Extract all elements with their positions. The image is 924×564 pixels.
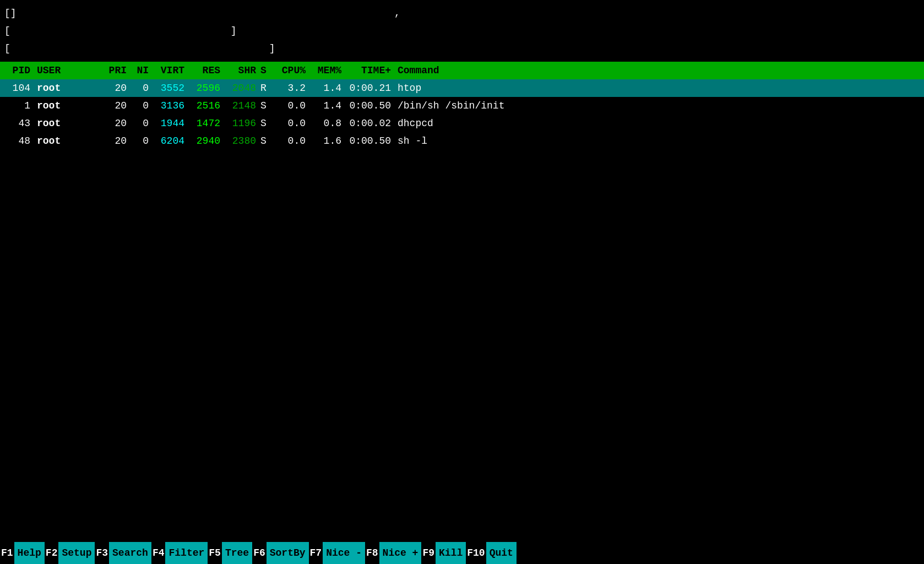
cell-cmd: sh -l — [395, 135, 920, 147]
footer: F1 Help F2 Setup F3 Search F4 Filter F5 … — [0, 542, 924, 564]
cell-cmd: htop — [395, 83, 920, 94]
col-header-cmd: Command — [395, 65, 920, 76]
table-row[interactable]: 104 root 20 0 3552 2596 2048 R 3.2 1.4 0… — [0, 79, 924, 97]
flabel-tree[interactable]: Tree — [222, 542, 252, 564]
footer-item-f10[interactable]: F10 Quit — [466, 542, 517, 564]
cell-res: 2516 — [189, 100, 225, 111]
cell-cmd: /bin/sh /sbin/init — [395, 100, 920, 111]
cell-shr: 2148 — [225, 100, 260, 111]
col-header-virt: VIRT — [153, 65, 189, 76]
fkey-f6: F6 — [252, 542, 267, 564]
cell-pid: 104 — [4, 83, 35, 94]
right-header: , — [368, 4, 920, 57]
cell-s: S — [260, 118, 274, 129]
footer-item-f3[interactable]: F3 Search — [95, 542, 151, 564]
cell-mem: 1.6 — [310, 135, 346, 147]
cell-s: S — [260, 135, 274, 147]
cell-cpu: 0.0 — [274, 100, 310, 111]
flabel-filter[interactable]: Filter — [165, 542, 208, 564]
cell-virt: 3552 — [153, 83, 189, 94]
table-row[interactable]: 43 root 20 0 1944 1472 1196 S 0.0 0.8 0:… — [0, 115, 924, 132]
cell-pri: 20 — [101, 100, 131, 111]
footer-item-f2[interactable]: F2 Setup — [45, 542, 95, 564]
cell-mem: 1.4 — [310, 100, 346, 111]
process-rows: 104 root 20 0 3552 2596 2048 R 3.2 1.4 0… — [0, 79, 924, 150]
cell-shr: 2380 — [225, 135, 260, 147]
fkey-f3: F3 — [95, 542, 109, 564]
flabel-nice +[interactable]: Nice + — [379, 542, 422, 564]
uptime-row — [390, 40, 920, 57]
fkey-f5: F5 — [208, 542, 222, 564]
fkey-f8: F8 — [365, 542, 379, 564]
cell-cpu: 3.2 — [274, 83, 310, 94]
fkey-f4: F4 — [151, 542, 166, 564]
footer-item-f4[interactable]: F4 Filter — [151, 542, 208, 564]
cell-virt: 3136 — [153, 100, 189, 111]
cell-s: S — [260, 100, 274, 111]
cell-pid: 1 — [4, 100, 35, 111]
cell-cmd: dhcpcd — [395, 118, 920, 129]
cell-res: 2940 — [189, 135, 225, 147]
col-header-s: S — [260, 65, 274, 76]
cell-pri: 20 — [101, 118, 131, 129]
col-header-res: RES — [189, 65, 225, 76]
col-header-time: TIME+ — [346, 65, 395, 76]
cell-pri: 20 — [101, 135, 131, 147]
load-row — [390, 22, 920, 40]
mem-row: [ ] — [4, 22, 368, 40]
footer-item-f5[interactable]: F5 Tree — [208, 542, 252, 564]
flabel-help[interactable]: Help — [14, 542, 45, 564]
col-header-cpu: CPU% — [274, 65, 310, 76]
table-row[interactable]: 48 root 20 0 6204 2940 2380 S 0.0 1.6 0:… — [0, 132, 924, 150]
fkey-f10: F10 — [466, 542, 486, 564]
fkey-f2: F2 — [45, 542, 59, 564]
table-row[interactable]: 1 root 20 0 3136 2516 2148 S 0.0 1.4 0:0… — [0, 97, 924, 115]
swp-row: [ ] — [4, 40, 368, 57]
cell-shr: 1196 — [225, 118, 260, 129]
cell-pri: 20 — [101, 83, 131, 94]
terminal: [ ] [ ] [ ] — [0, 0, 924, 564]
flabel-search[interactable]: Search — [109, 542, 151, 564]
cell-ni: 0 — [131, 83, 153, 94]
footer-item-f7[interactable]: F7 Nice - — [309, 542, 365, 564]
cell-ni: 0 — [131, 118, 153, 129]
fkey-f9: F9 — [421, 542, 436, 564]
flabel-kill[interactable]: Kill — [436, 542, 466, 564]
cell-cpu: 0.0 — [274, 135, 310, 147]
cell-res: 1472 — [189, 118, 225, 129]
cell-time: 0:00.50 — [346, 135, 395, 147]
col-header-ni: NI — [131, 65, 153, 76]
cell-virt: 6204 — [153, 135, 189, 147]
footer-item-f1[interactable]: F1 Help — [0, 542, 45, 564]
cell-time: 0:00.50 — [346, 100, 395, 111]
cell-mem: 0.8 — [310, 118, 346, 129]
col-header-shr: SHR — [225, 65, 260, 76]
table-header: PID USER PRI NI VIRT RES SHR S CPU% MEM%… — [0, 62, 924, 79]
left-header: [ ] [ ] [ ] — [4, 4, 368, 57]
cell-cpu: 0.0 — [274, 118, 310, 129]
footer-item-f6[interactable]: F6 SortBy — [252, 542, 308, 564]
footer-item-f8[interactable]: F8 Nice + — [365, 542, 421, 564]
col-header-pid: PID — [4, 65, 35, 76]
cell-user: root — [35, 118, 101, 129]
header-section: [ ] [ ] [ ] — [0, 4, 924, 57]
cell-user: root — [35, 83, 101, 94]
flabel-quit[interactable]: Quit — [486, 542, 517, 564]
fkey-f1: F1 — [0, 542, 14, 564]
footer-item-f9[interactable]: F9 Kill — [421, 542, 466, 564]
cell-time: 0:00.21 — [346, 83, 395, 94]
cpu-row: [ ] — [4, 4, 368, 22]
flabel-setup[interactable]: Setup — [58, 542, 95, 564]
cell-time: 0:00.02 — [346, 118, 395, 129]
cell-mem: 1.4 — [310, 83, 346, 94]
flabel-nice -[interactable]: Nice - — [323, 542, 365, 564]
cell-pid: 48 — [4, 135, 35, 147]
cell-user: root — [35, 100, 101, 111]
fkey-f7: F7 — [309, 542, 323, 564]
cell-res: 2596 — [189, 83, 225, 94]
cell-pid: 43 — [4, 118, 35, 129]
flabel-sortby[interactable]: SortBy — [267, 542, 309, 564]
col-header-user: USER — [35, 65, 101, 76]
cell-shr: 2048 — [225, 83, 260, 94]
cell-ni: 0 — [131, 135, 153, 147]
